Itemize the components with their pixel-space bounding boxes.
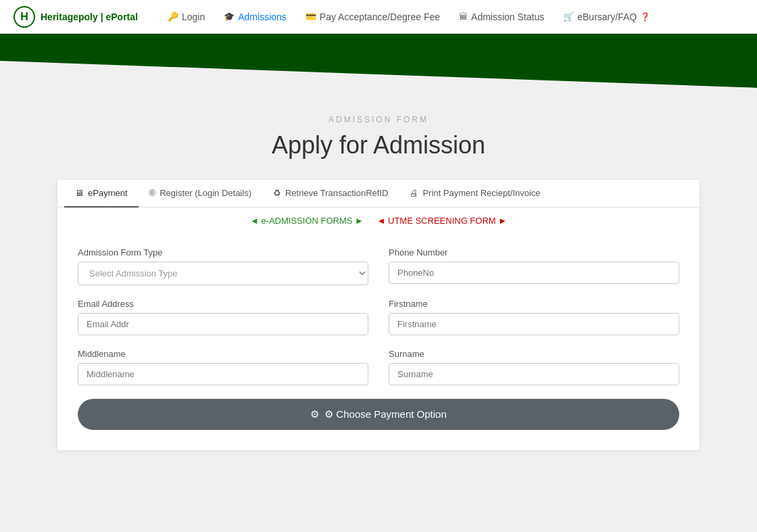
- middlename-label: Middlename: [78, 349, 368, 359]
- tab-print-label: Print Payment Reciept/Invoice: [422, 188, 540, 198]
- tab-register[interactable]: ® Register (Login Details): [139, 180, 262, 208]
- nav-item-status[interactable]: 🏛 Admission Status: [449, 11, 554, 22]
- nav-item-admissions[interactable]: 🎓 Admissions: [214, 11, 296, 22]
- sub-links: ◄ e-ADMISSION FORMS ► ◄ UTME SCREENING F…: [57, 208, 700, 234]
- epayment-tab-icon: 🖥: [75, 188, 84, 198]
- form-body: Admission Form Type Select Admission Typ…: [57, 234, 700, 450]
- register-tab-icon: ®: [149, 188, 156, 198]
- tab-epayment-label: ePayment: [88, 188, 128, 198]
- admissions-icon: 🎓: [224, 11, 235, 22]
- surname-label: Surname: [389, 349, 679, 359]
- middlename-input[interactable]: [78, 363, 368, 385]
- nav-link-login[interactable]: 🔑 Login: [158, 11, 214, 22]
- nav-item-ebursary[interactable]: 🛒 eBursary/FAQ ❓: [554, 11, 660, 22]
- nav-label-status: Admission Status: [471, 11, 544, 22]
- form-group-admission-type: Admission Form Type Select Admission Typ…: [78, 247, 368, 285]
- phone-input[interactable]: [389, 262, 679, 284]
- utme-link-text: ◄ UTME SCREENING FORM ►: [377, 216, 508, 226]
- form-group-middlename: Middlename: [78, 349, 368, 385]
- firstname-label: Firstname: [389, 299, 679, 309]
- nav-link-admissions[interactable]: 🎓 Admissions: [214, 11, 296, 22]
- form-group-email: Email Address: [78, 299, 368, 335]
- tab-retrieve-label: Retrieve TransactionRefID: [285, 188, 388, 198]
- payment-button-icon: ⚙: [310, 408, 319, 420]
- svg-marker-0: [0, 34, 757, 88]
- email-input[interactable]: [78, 313, 368, 335]
- retrieve-tab-icon: ♻: [273, 188, 281, 198]
- banner: [0, 34, 757, 88]
- main-card: 🖥 ePayment ® Register (Login Details) ♻ …: [57, 180, 700, 450]
- surname-input[interactable]: [389, 363, 679, 385]
- tab-epayment[interactable]: 🖥 ePayment: [64, 180, 139, 208]
- nav-label-ebursary: eBursary/FAQ: [577, 11, 637, 22]
- form-heading: ADMISSION FORM Apply for Admission: [14, 115, 743, 160]
- nav-item-pay[interactable]: 💳 Pay Acceptance/Degree Fee: [296, 11, 449, 22]
- form-group-firstname: Firstname: [389, 299, 679, 335]
- nav-label-login: Login: [182, 11, 205, 22]
- nav-links: 🔑 Login 🎓 Admissions 💳 Pay Acceptance/De…: [158, 11, 660, 22]
- phone-label: Phone Number: [389, 247, 679, 258]
- form-subtitle: ADMISSION FORM: [14, 115, 743, 124]
- tab-print[interactable]: 🖨 Print Payment Reciept/Invoice: [399, 180, 551, 208]
- utme-screening-link[interactable]: ◄ UTME SCREENING FORM ►: [374, 216, 510, 226]
- nav-link-pay[interactable]: 💳 Pay Acceptance/Degree Fee: [296, 11, 449, 22]
- form-title: Apply for Admission: [14, 131, 743, 160]
- brand-icon-letter: H: [20, 11, 28, 23]
- admission-type-label: Admission Form Type: [78, 247, 368, 258]
- choose-payment-button[interactable]: ⚙ ⚙ Choose Payment Option: [78, 399, 679, 430]
- form-row-1: Admission Form Type Select Admission Typ…: [78, 247, 679, 285]
- email-label: Email Address: [78, 299, 368, 309]
- navbar: H Heritagepoly | ePortal 🔑 Login 🎓 Admis…: [0, 0, 757, 34]
- nav-link-status[interactable]: 🏛 Admission Status: [449, 11, 554, 22]
- brand-name: Heritagepoly | ePortal: [41, 11, 138, 22]
- faq-icon: ❓: [640, 12, 650, 22]
- nav-label-pay: Pay Acceptance/Degree Fee: [320, 11, 440, 22]
- nav-label-admissions: Admissions: [238, 11, 287, 22]
- pay-icon: 💳: [306, 11, 316, 22]
- eadmission-forms-link[interactable]: ◄ e-ADMISSION FORMS ►: [247, 216, 369, 226]
- tabs-container: 🖥 ePayment ® Register (Login Details) ♻ …: [57, 180, 700, 208]
- eadmission-link-text: ◄ e-ADMISSION FORMS ►: [250, 216, 364, 226]
- firstname-input[interactable]: [389, 313, 679, 335]
- nav-link-ebursary[interactable]: 🛒 eBursary/FAQ ❓: [554, 11, 660, 22]
- form-group-phone: Phone Number: [389, 247, 679, 285]
- brand-link[interactable]: H Heritagepoly | ePortal: [14, 6, 138, 28]
- tab-register-label: Register (Login Details): [160, 188, 251, 198]
- form-group-surname: Surname: [389, 349, 679, 385]
- payment-button-label: ⚙ Choose Payment Option: [324, 408, 447, 420]
- tab-retrieve[interactable]: ♻ Retrieve TransactionRefID: [262, 180, 399, 208]
- ebursary-icon: 🛒: [563, 11, 574, 22]
- nav-item-login[interactable]: 🔑 Login: [158, 11, 214, 22]
- login-icon: 🔑: [168, 11, 178, 22]
- page-content: ADMISSION FORM Apply for Admission 🖥 ePa…: [0, 88, 757, 532]
- brand-icon: H: [14, 6, 35, 28]
- print-tab-icon: 🖨: [410, 188, 418, 198]
- form-row-3: Middlename Surname: [78, 349, 679, 385]
- status-icon: 🏛: [459, 11, 468, 22]
- admission-type-select[interactable]: Select Admission Type UTME Direct Entry …: [78, 262, 368, 285]
- form-row-2: Email Address Firstname: [78, 299, 679, 335]
